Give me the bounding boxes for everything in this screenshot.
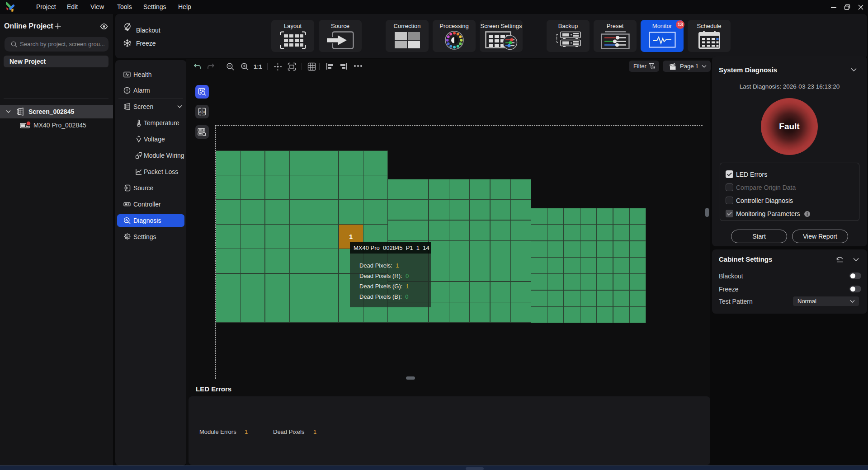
svg-text:A: A [199, 110, 202, 113]
svg-text:B: B [203, 110, 205, 113]
